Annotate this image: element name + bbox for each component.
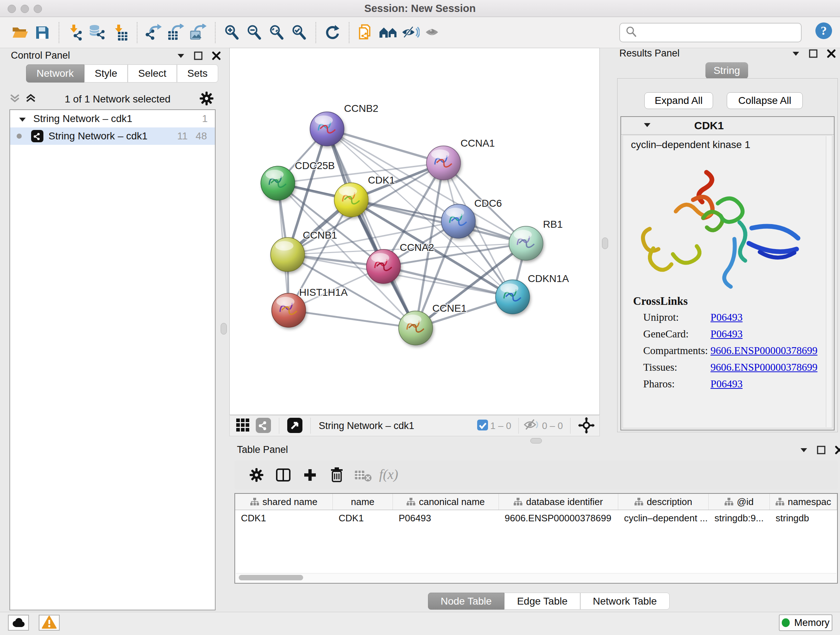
column-header-description[interactable]: description <box>618 494 709 510</box>
grid-view-button[interactable] <box>233 418 253 433</box>
table-horizontal-scrollbar[interactable] <box>236 573 836 582</box>
float-panel-icon[interactable] <box>817 446 826 456</box>
save-session-button[interactable] <box>31 21 54 44</box>
node-CCNA2[interactable] <box>366 249 401 283</box>
first-neighbors-button[interactable] <box>377 21 399 44</box>
left-splitter-handle[interactable] <box>221 323 227 334</box>
collection-disclosure-icon[interactable] <box>19 113 26 125</box>
crosslink-link[interactable]: 9606.ENSP00000378699 <box>711 361 818 373</box>
cloud-button[interactable] <box>8 615 29 631</box>
table-row[interactable]: CDK1CDK1P064939606.ENSP00000378699cyclin… <box>235 510 837 526</box>
cell-database-identifier[interactable]: 9606.ENSP00000378699 <box>499 510 618 526</box>
clone-network-button[interactable] <box>355 21 377 44</box>
node-CCNA1[interactable] <box>426 146 461 180</box>
collapse-panel-icon[interactable] <box>177 53 185 60</box>
tab-network[interactable]: Network <box>26 65 84 82</box>
cell-canonical-name[interactable]: P06493 <box>393 510 499 526</box>
show-all-button[interactable] <box>422 21 444 44</box>
close-panel-icon[interactable] <box>835 446 840 456</box>
edge-CCNB2-CCNA1[interactable] <box>327 129 444 163</box>
hide-selected-button[interactable] <box>399 21 422 44</box>
help-button[interactable]: ? <box>815 22 833 40</box>
tab-edge-table[interactable]: Edge Table <box>504 593 580 610</box>
edge-HIST1H1A-CCNE1[interactable] <box>289 310 416 328</box>
collapse-panel-icon[interactable] <box>792 51 799 57</box>
crosslink-link[interactable]: P06493 <box>711 328 743 340</box>
bottom-splitter-handle[interactable] <box>531 438 542 443</box>
column-header-namespac[interactable]: namespac <box>770 494 837 510</box>
node-CCNB2[interactable] <box>310 112 344 146</box>
cell-@id[interactable]: stringdb:9... <box>709 510 770 526</box>
results-scrollbar[interactable] <box>826 136 831 427</box>
tab-node-table[interactable]: Node Table <box>428 593 504 610</box>
import-table-file-button[interactable] <box>109 21 132 44</box>
open-session-button[interactable] <box>9 21 31 44</box>
tab-string[interactable]: String <box>706 62 748 79</box>
close-panel-icon[interactable] <box>212 51 221 62</box>
zoom-out-button[interactable] <box>243 21 265 44</box>
tab-style[interactable]: Style <box>84 65 128 82</box>
expand-all-button[interactable]: Expand All <box>644 92 713 109</box>
network-collection-row[interactable]: String Network – cdk1 1 <box>10 110 215 127</box>
node-CCNB1[interactable] <box>271 238 305 272</box>
zoom-in-button[interactable] <box>221 21 243 44</box>
detach-view-button[interactable] <box>284 418 305 434</box>
column-header-canonical-name[interactable]: canonical name <box>393 494 499 510</box>
crosslink-link[interactable]: P06493 <box>711 378 743 390</box>
node-CDC25B[interactable] <box>261 166 295 200</box>
close-panel-icon[interactable] <box>827 49 836 59</box>
column-header-database-identifier[interactable]: database identifier <box>499 494 618 510</box>
export-network-button[interactable] <box>142 21 165 44</box>
node-CDK1[interactable] <box>334 183 368 217</box>
cell-description[interactable]: cyclin–dependent ... <box>618 510 709 526</box>
import-network-database-button[interactable] <box>87 21 109 44</box>
collapse-panel-icon[interactable] <box>800 448 807 454</box>
node-HIST1H1A[interactable] <box>272 293 306 327</box>
zoom-selected-button[interactable] <box>288 21 310 44</box>
column-header-@id[interactable]: @id <box>709 494 770 510</box>
cell-name[interactable]: CDK1 <box>333 510 393 526</box>
hidden-eye-slash-icon[interactable] <box>524 418 540 433</box>
gene-disclosure-icon[interactable] <box>644 122 651 129</box>
export-table-button[interactable] <box>165 21 187 44</box>
right-splitter-handle[interactable] <box>602 238 608 249</box>
table-settings-button[interactable] <box>243 462 270 488</box>
memory-button[interactable]: Memory <box>779 614 832 631</box>
edge-CCNB2-CCNE1[interactable] <box>327 129 416 328</box>
delete-column-button[interactable] <box>324 462 350 488</box>
selected-checkbox-icon[interactable] <box>477 420 488 432</box>
network-canvas[interactable]: CCNB2CCNA1CDC25BCDK1CDC6RB1CCNB1CCNA2CDK… <box>229 48 600 415</box>
export-image-button[interactable] <box>187 21 210 44</box>
node-CDKN1A[interactable] <box>496 280 530 314</box>
float-panel-icon[interactable] <box>809 49 818 59</box>
node-CDC6[interactable] <box>441 204 475 238</box>
crosslink-link[interactable]: 9606.ENSP00000378699 <box>711 345 818 356</box>
column-header-shared-name[interactable]: shared name <box>235 494 333 510</box>
tab-sets[interactable]: Sets <box>177 65 218 82</box>
birds-eye-view-button[interactable] <box>576 417 597 434</box>
search-input[interactable] <box>641 25 801 40</box>
network-row-selected[interactable]: String Network – cdk1 11 48 <box>10 127 215 145</box>
cell-namespac[interactable]: stringdb <box>770 510 837 526</box>
import-network-file-button[interactable] <box>65 21 87 44</box>
warnings-button[interactable] <box>39 615 60 631</box>
collapse-all-networks-icon[interactable] <box>9 93 20 105</box>
tab-select[interactable]: Select <box>128 65 177 82</box>
network-options-gear-icon[interactable] <box>199 91 214 108</box>
node-RB1[interactable] <box>509 226 543 260</box>
column-header-name[interactable]: name <box>333 494 393 510</box>
split-columns-button[interactable] <box>270 462 297 488</box>
tab-network-table[interactable]: Network Table <box>580 593 669 610</box>
gene-section-header[interactable]: CDK1 <box>621 117 834 135</box>
string-app-button[interactable] <box>253 418 274 434</box>
zoom-fit-button[interactable] <box>265 21 288 44</box>
add-column-button[interactable] <box>297 462 324 488</box>
scrollbar-thumb[interactable] <box>239 575 303 580</box>
cell-shared-name[interactable]: CDK1 <box>235 510 333 526</box>
expand-all-networks-icon[interactable] <box>25 93 36 105</box>
collapse-all-button[interactable]: Collapse All <box>727 92 803 109</box>
float-panel-icon[interactable] <box>194 51 202 62</box>
node-CCNE1[interactable] <box>399 311 433 345</box>
crosslink-link[interactable]: P06493 <box>711 311 743 323</box>
refresh-view-button[interactable] <box>321 21 344 44</box>
